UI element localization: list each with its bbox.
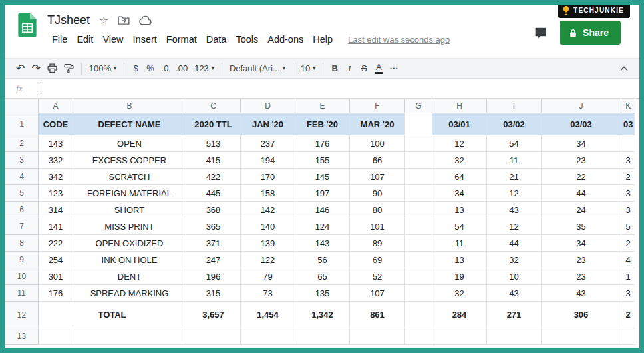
cell-J4[interactable]: 22: [542, 169, 621, 185]
menu-tools[interactable]: Tools: [231, 32, 263, 47]
cell-I6[interactable]: 43: [487, 202, 542, 218]
cell-F12[interactable]: 861: [350, 302, 405, 328]
cell-J5[interactable]: 44: [542, 185, 621, 202]
column-header-A[interactable]: A: [39, 99, 73, 113]
cell-B2[interactable]: OPEN: [73, 135, 186, 152]
row-header-9[interactable]: 9: [5, 252, 39, 268]
cell-E13[interactable]: [295, 328, 350, 345]
cell-B13[interactable]: [73, 328, 186, 345]
cell-G7[interactable]: [405, 218, 432, 235]
select-all-corner[interactable]: [5, 99, 39, 113]
cell-F10[interactable]: 52: [350, 268, 405, 285]
menu-help[interactable]: Help: [308, 32, 337, 47]
cell-I5[interactable]: 12: [487, 185, 542, 202]
format-percent-button[interactable]: %: [143, 61, 158, 77]
cell-K1[interactable]: 03: [621, 113, 635, 135]
cell-J13[interactable]: [542, 328, 621, 345]
cell-A9[interactable]: 254: [39, 252, 73, 268]
cell-F3[interactable]: 66: [350, 152, 405, 169]
cell-B8[interactable]: OPEN OXIDIZED: [73, 235, 186, 252]
cell-K11[interactable]: 3: [621, 285, 635, 302]
cell-J11[interactable]: 43: [542, 285, 621, 302]
cell-H8[interactable]: 11: [432, 235, 487, 252]
cell-K7[interactable]: 5: [621, 218, 635, 235]
cell-A13[interactable]: [39, 328, 73, 345]
menu-file[interactable]: File: [47, 32, 72, 47]
cell-D9[interactable]: 122: [241, 252, 295, 268]
menu-view[interactable]: View: [98, 32, 128, 47]
cell-D10[interactable]: 79: [241, 268, 295, 285]
cell-I4[interactable]: 21: [487, 169, 542, 185]
cell-G3[interactable]: [405, 152, 432, 169]
cell-J2[interactable]: 34: [542, 135, 621, 152]
comment-button[interactable]: [534, 26, 548, 40]
print-button[interactable]: [44, 61, 61, 77]
cell-D12[interactable]: 1,454: [241, 302, 295, 328]
cell-G13[interactable]: [405, 328, 432, 345]
cell-I2[interactable]: 54: [487, 135, 542, 152]
cell-B9[interactable]: INK ON HOLE: [73, 252, 186, 268]
row-header-6[interactable]: 6: [5, 202, 39, 218]
row-header-4[interactable]: 4: [5, 169, 39, 185]
cell-I7[interactable]: 12: [487, 218, 542, 235]
cell-D5[interactable]: 158: [241, 185, 295, 202]
cell-E12[interactable]: 1,342: [295, 302, 350, 328]
font-size-select[interactable]: 10 ▾: [297, 61, 319, 77]
cell-E11[interactable]: 135: [295, 285, 350, 302]
cell-B11[interactable]: SPREAD MARKING: [73, 285, 186, 302]
cell-J1[interactable]: 03/03: [542, 113, 621, 135]
cell-B3[interactable]: EXCESS COPPER: [73, 152, 186, 169]
row-header-3[interactable]: 3: [5, 152, 39, 169]
cell-C11[interactable]: 315: [186, 285, 241, 302]
italic-button[interactable]: I: [342, 61, 357, 77]
column-header-D[interactable]: D: [241, 99, 295, 113]
cell-C2[interactable]: 513: [186, 135, 241, 152]
cell-K10[interactable]: 1: [621, 268, 635, 285]
cell-I1[interactable]: 03/02: [487, 113, 542, 135]
cell-C13[interactable]: [186, 328, 241, 345]
cell-H13[interactable]: [432, 328, 487, 345]
cell-K8[interactable]: 2: [621, 235, 635, 252]
cell-A6[interactable]: 314: [39, 202, 73, 218]
share-button[interactable]: Share: [560, 21, 621, 45]
cell-I3[interactable]: 11: [487, 152, 542, 169]
row-header-2[interactable]: 2: [5, 135, 39, 152]
sheets-logo-icon[interactable]: [18, 13, 38, 40]
cell-B4[interactable]: SCRATCH: [73, 169, 186, 185]
star-icon[interactable]: ☆: [99, 14, 108, 27]
column-header-B[interactable]: B: [73, 99, 186, 113]
cell-A10[interactable]: 301: [39, 268, 73, 285]
cell-H6[interactable]: 13: [432, 202, 487, 218]
cell-H4[interactable]: 64: [432, 169, 487, 185]
cell-F7[interactable]: 101: [350, 218, 405, 235]
cell-I12[interactable]: 271: [487, 302, 542, 328]
cell-A3[interactable]: 332: [39, 152, 73, 169]
cell-G9[interactable]: [405, 252, 432, 268]
cell-K13[interactable]: [621, 328, 635, 345]
cell-G6[interactable]: [405, 202, 432, 218]
cell-E7[interactable]: 124: [295, 218, 350, 235]
cell-E3[interactable]: 155: [295, 152, 350, 169]
cell-E4[interactable]: 145: [295, 169, 350, 185]
cell-C1[interactable]: 2020 TTL: [186, 113, 241, 135]
cell-H3[interactable]: 32: [432, 152, 487, 169]
cell-I8[interactable]: 44: [487, 235, 542, 252]
increase-decimal-button[interactable]: .00: [172, 61, 191, 77]
hide-menus-button[interactable]: [617, 61, 631, 77]
cloud-saved-icon[interactable]: [139, 15, 152, 25]
cell-A2[interactable]: 143: [39, 135, 73, 152]
cell-C8[interactable]: 371: [186, 235, 241, 252]
cell-D8[interactable]: 139: [241, 235, 295, 252]
cell-H2[interactable]: 12: [432, 135, 487, 152]
strikethrough-button[interactable]: S: [357, 61, 371, 77]
formula-input[interactable]: [34, 79, 639, 98]
cell-K2[interactable]: [621, 135, 635, 152]
cell-G8[interactable]: [405, 235, 432, 252]
cell-A11[interactable]: 176: [39, 285, 73, 302]
cell-K12[interactable]: 2: [621, 302, 635, 328]
menu-edit[interactable]: Edit: [72, 32, 98, 47]
move-folder-icon[interactable]: [118, 15, 130, 25]
cell-E5[interactable]: 197: [295, 185, 350, 202]
cell-H11[interactable]: 32: [432, 285, 487, 302]
menu-format[interactable]: Format: [162, 32, 202, 47]
